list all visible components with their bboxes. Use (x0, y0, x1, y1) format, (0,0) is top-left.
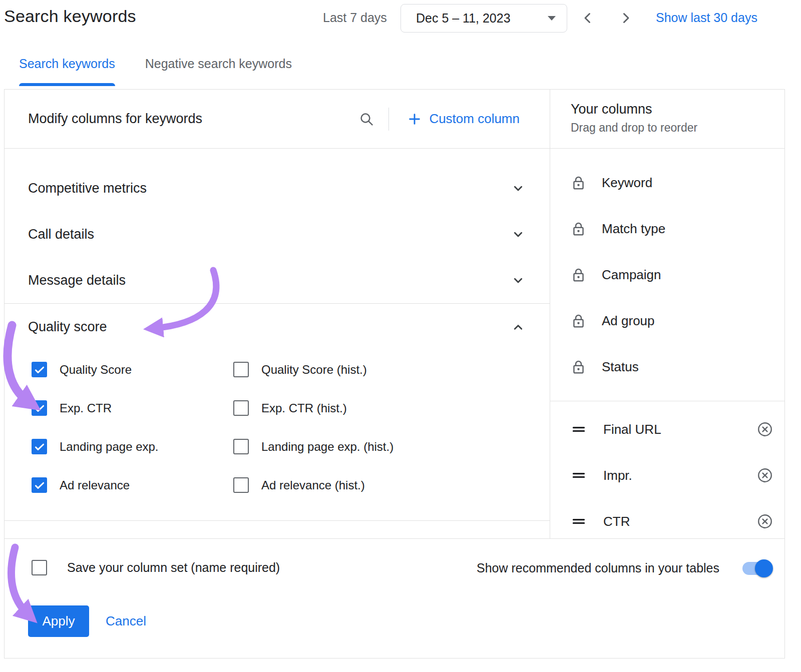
checkbox-label: Exp. CTR (60, 401, 112, 415)
tab-bar: Search keywords Negative search keywords (19, 57, 292, 86)
column-item-label: Campaign (602, 267, 774, 283)
draggable-columns-list: Final URL Impr. CTR (550, 401, 785, 538)
checkbox-label: Quality Score (hist.) (261, 363, 367, 377)
quality-options-row: Quality Score Quality Score (hist.) (5, 350, 550, 389)
section-competitive-metrics[interactable]: Competitive metrics (5, 165, 550, 211)
recommended-columns-label: Show recommended columns in your tables (477, 561, 719, 575)
ad-relevance-checkbox[interactable] (32, 477, 47, 493)
lock-icon (570, 359, 587, 375)
exp-ctr-checkbox[interactable] (32, 400, 47, 416)
header-divider (388, 108, 389, 131)
modify-columns-title: Modify columns for keywords (28, 111, 357, 127)
column-item-label: Ad group (602, 313, 774, 329)
columns-selection-panel: Modify columns for keywords Custom colum… (5, 90, 550, 538)
save-column-set-checkbox[interactable] (32, 560, 47, 575)
search-icon (358, 111, 374, 127)
modify-columns-header: Modify columns for keywords Custom colum… (5, 90, 550, 149)
column-item-keyword: Keyword (550, 160, 785, 206)
recommended-columns-toggle[interactable] (742, 562, 771, 575)
column-item-campaign: Campaign (550, 252, 785, 298)
drag-drop-subtitle: Drag and drop to reorder (571, 121, 785, 135)
quality-score-checkbox[interactable] (32, 362, 47, 377)
your-columns-title: Your columns (571, 102, 785, 117)
chevron-right-icon (617, 10, 634, 27)
chevron-up-icon (510, 319, 526, 335)
chevron-down-icon (510, 180, 526, 196)
column-item-ctr[interactable]: CTR (550, 498, 785, 538)
search-keywords-page: Search keywords Last 7 days Dec 5 – 11, … (0, 0, 801, 672)
column-item-label: Keyword (602, 175, 774, 191)
remove-column-button[interactable] (756, 466, 774, 484)
remove-circle-icon (756, 467, 773, 484)
date-range-label: Last 7 days (323, 11, 387, 25)
custom-column-button[interactable]: Custom column (407, 111, 520, 127)
lock-icon (570, 313, 587, 329)
remove-circle-icon (756, 421, 773, 438)
apply-button[interactable]: Apply (28, 605, 89, 637)
check-icon (33, 479, 46, 492)
panel-footer: Save your column set (name required) Sho… (5, 538, 784, 659)
chevron-down-icon (510, 226, 526, 242)
checkbox-label: Landing page exp. (60, 440, 159, 454)
column-item-label: Final URL (603, 422, 756, 437)
recommended-columns-row: Show recommended columns in your tables (477, 561, 771, 575)
drag-handle-icon[interactable] (570, 467, 587, 484)
date-picker-value: Dec 5 – 11, 2023 (416, 11, 548, 26)
exp-ctr-hist-checkbox[interactable] (233, 400, 249, 416)
tab-negative-search-keywords[interactable]: Negative search keywords (145, 57, 292, 86)
your-columns-panel: Your columns Drag and drop to reorder Ke… (550, 90, 785, 538)
quality-options-row: Exp. CTR Exp. CTR (hist.) (5, 389, 550, 427)
quality-options-row: Landing page exp. Landing page exp. (his… (5, 427, 550, 466)
column-item-match-type: Match type (550, 206, 785, 252)
lock-icon (570, 267, 587, 283)
check-icon (33, 402, 46, 415)
next-period-button[interactable] (616, 9, 635, 28)
column-item-label: Match type (602, 221, 774, 237)
drag-handle-icon[interactable] (570, 513, 587, 530)
section-quality-score[interactable]: Quality score (5, 303, 550, 350)
quality-score-options: Quality Score Quality Score (hist.) (5, 350, 550, 504)
column-item-label: Status (602, 359, 774, 375)
date-picker-button[interactable]: Dec 5 – 11, 2023 (400, 4, 567, 33)
show-last-30-days-link[interactable]: Show last 30 days (656, 11, 757, 25)
checkbox-label: Ad relevance (hist.) (261, 478, 365, 492)
section-call-details[interactable]: Call details (5, 211, 550, 257)
chevron-down-icon (510, 272, 526, 288)
landing-page-exp-hist-checkbox[interactable] (233, 439, 249, 454)
chevron-left-icon (579, 10, 596, 27)
remove-column-button[interactable] (756, 420, 774, 438)
quality-score-hist-checkbox[interactable] (233, 362, 249, 377)
quality-options-row: Ad relevance Ad relevance (hist.) (5, 466, 550, 504)
section-message-details[interactable]: Message details (5, 257, 550, 303)
lock-icon (570, 221, 587, 237)
tab-search-keywords[interactable]: Search keywords (19, 57, 115, 86)
remove-column-button[interactable] (756, 512, 774, 530)
modify-columns-panel: Modify columns for keywords Custom colum… (4, 89, 785, 658)
plus-icon (407, 112, 422, 127)
check-icon (33, 440, 46, 453)
column-item-label: CTR (603, 514, 756, 529)
drag-handle-icon[interactable] (570, 421, 587, 438)
column-item-final-url[interactable]: Final URL (550, 406, 785, 452)
remove-circle-icon (756, 513, 773, 530)
lock-icon (570, 175, 587, 191)
column-item-impr[interactable]: Impr. (550, 452, 785, 498)
save-column-set-row: Save your column set (name required) (32, 560, 280, 575)
toggle-knob (755, 559, 773, 577)
locked-columns-list: Keyword Match type Campaign Ad group Sta… (550, 149, 785, 390)
your-columns-header: Your columns Drag and drop to reorder (550, 90, 785, 149)
page-title: Search keywords (4, 7, 136, 26)
ad-relevance-hist-checkbox[interactable] (233, 477, 249, 493)
column-item-ad-group: Ad group (550, 298, 785, 344)
custom-column-label: Custom column (429, 111, 520, 127)
metric-sections: Competitive metrics Call details Message… (5, 149, 550, 303)
column-item-label: Impr. (603, 468, 756, 483)
checkbox-label: Quality Score (60, 363, 132, 377)
previous-period-button[interactable] (578, 9, 597, 28)
landing-page-exp-checkbox[interactable] (32, 439, 47, 454)
checkbox-label: Landing page exp. (hist.) (261, 440, 393, 454)
search-button[interactable] (357, 110, 375, 128)
checkbox-label: Ad relevance (60, 478, 130, 492)
cancel-button[interactable]: Cancel (106, 605, 146, 637)
checkbox-label: Exp. CTR (hist.) (261, 401, 347, 415)
